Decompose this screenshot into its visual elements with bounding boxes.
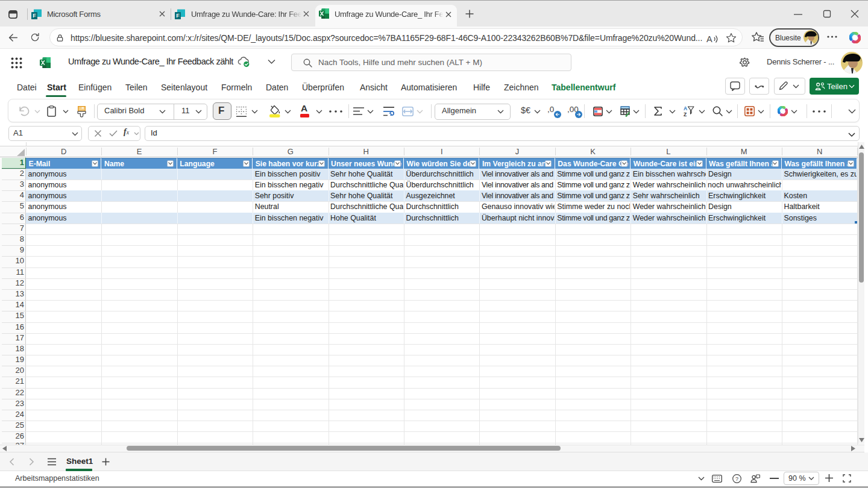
svg-text:A: A (684, 105, 687, 111)
svg-text:F: F (176, 13, 180, 19)
svg-text:F: F (33, 13, 36, 19)
svg-text:Z: Z (684, 111, 687, 117)
svg-text:A: A (706, 34, 712, 44)
svg-text:?: ? (735, 476, 738, 482)
